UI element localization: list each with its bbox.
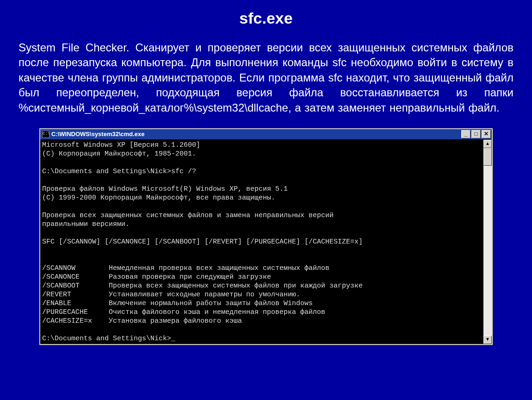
scroll-track[interactable] — [483, 148, 492, 336]
cmd-icon: C:\ — [42, 131, 49, 138]
minimize-button[interactable]: _ — [461, 130, 470, 138]
slide-body-text: System File Checker. Сканирует и проверя… — [19, 40, 513, 115]
scroll-down-button[interactable]: ▼ — [483, 336, 492, 344]
console-title-text: C:\WINDOWS\system32\cmd.exe — [51, 131, 461, 138]
window-buttons: _ □ ✕ — [461, 130, 491, 138]
console-body: Microsoft Windows XP [Версия 5.1.2600] (… — [40, 140, 492, 344]
slide-title: sfc.exe — [19, 9, 513, 27]
scroll-up-button[interactable]: ▲ — [483, 140, 492, 148]
scroll-thumb[interactable] — [483, 148, 492, 166]
console-output[interactable]: Microsoft Windows XP [Версия 5.1.2600] (… — [40, 140, 483, 344]
vertical-scrollbar[interactable]: ▲ ▼ — [483, 140, 492, 344]
maximize-button[interactable]: □ — [471, 130, 481, 138]
console-window: C:\ C:\WINDOWS\system32\cmd.exe _ □ ✕ Mi… — [39, 128, 493, 345]
close-button[interactable]: ✕ — [482, 130, 491, 138]
console-titlebar[interactable]: C:\ C:\WINDOWS\system32\cmd.exe _ □ ✕ — [40, 129, 492, 140]
slide: sfc.exe System File Checker. Сканирует и… — [0, 0, 532, 400]
